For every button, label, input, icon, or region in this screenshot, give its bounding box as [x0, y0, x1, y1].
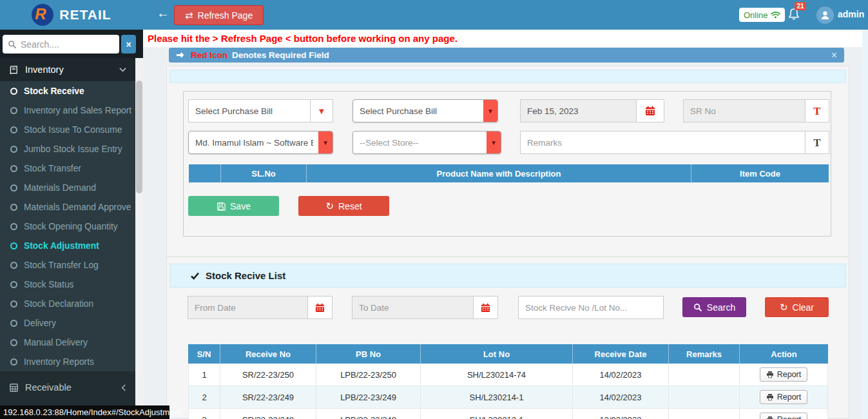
sidebar-item-materials-demand[interactable]: Materials Demand	[0, 178, 135, 197]
remarks-group: T	[520, 131, 829, 154]
refresh-page-button[interactable]: ⇄ Refresh Page	[174, 5, 264, 25]
user-avatar[interactable]	[816, 6, 834, 24]
stock-receive-list-table: S/N Receive No PB No Lot No Receive Date…	[188, 344, 828, 419]
sidebar-item-jumbo-stock-issue-entry[interactable]: Jumbo Stock Issue Entry	[0, 139, 135, 159]
clear-button[interactable]: ↻ Clear	[765, 297, 829, 317]
user-name[interactable]: admin	[838, 9, 864, 19]
back-arrow-icon[interactable]: ←	[157, 6, 169, 21]
remarks-input[interactable]	[520, 131, 805, 154]
sidebar-item-delivery[interactable]: Delivery	[0, 313, 135, 333]
sidebar-item-stock-status[interactable]: Stock Status	[0, 275, 135, 294]
receive-no-filter-input[interactable]	[518, 296, 664, 319]
printer-icon	[766, 416, 774, 419]
col-pb-no: PB No	[316, 344, 421, 364]
alert-highlight: Red Icon	[191, 50, 227, 60]
page-scrollbar[interactable]	[862, 30, 868, 419]
purchase-bill-input[interactable]: Select Purchase Bill	[188, 99, 311, 122]
sidebar-nav: Inventory Stock Receive Inventory and Sa…	[0, 58, 135, 419]
sidebar-item-label: Stock Declaration	[24, 299, 93, 309]
sidebar-scrollbar[interactable]	[135, 58, 143, 419]
circle-icon	[10, 300, 17, 307]
from-date-input[interactable]	[188, 296, 308, 319]
save-button[interactable]: Save	[188, 196, 279, 216]
table-row: 1 SR/22-23/250 LPB/22-23/250 SH/L230214-…	[188, 364, 828, 386]
to-date-calendar-button[interactable]	[474, 296, 498, 319]
sidebar-item-stock-transfer-log[interactable]: Stock Transfer Log	[0, 255, 135, 275]
sidebar-item-materials-demand-approve[interactable]: Materials Demand Approve	[0, 197, 135, 217]
to-date-input[interactable]	[352, 296, 474, 319]
report-button[interactable]: Report	[760, 390, 808, 404]
sidebar-item-stock-issue-to-consume[interactable]: Stock Issue To Consume	[0, 120, 135, 139]
search-button[interactable]: Search	[682, 297, 746, 317]
report-label: Report	[777, 415, 802, 419]
warning-strip: Please hit the > Refresh Page < button b…	[143, 30, 868, 47]
notification-count-badge[interactable]: 21	[795, 2, 806, 10]
sidebar-scrollbar-thumb[interactable]	[136, 81, 142, 193]
select-dropdown-button[interactable]: ▼	[483, 100, 497, 122]
store-select[interactable]: --Select Store-- ▼	[352, 131, 501, 154]
cell-receive-date: 14/02/2023	[573, 364, 669, 385]
cell-receive-no: SR/22-23/249	[220, 386, 316, 408]
search-label: Search	[707, 302, 735, 313]
calendar-icon	[645, 106, 655, 116]
required-field-alert: Red Icon Denotes Required Field ×	[169, 48, 844, 63]
cell-lot-no: SH/L230213-1	[421, 409, 573, 419]
product-table-col-itemcode: Item Code	[691, 164, 829, 182]
cell-sn: 3	[188, 409, 220, 419]
close-icon[interactable]: ×	[831, 50, 837, 61]
search-clear-button[interactable]: ×	[121, 35, 136, 54]
product-table-col-product: Product Name with Description	[307, 164, 691, 182]
sr-no-input[interactable]	[683, 99, 805, 122]
caret-down-icon: ▼	[490, 139, 497, 146]
report-button[interactable]: Report	[760, 413, 808, 419]
employee-select[interactable]: Md. Imamul Islam ~ Software E... ▼	[188, 131, 333, 154]
sidebar-section-inventory[interactable]: Inventory	[0, 58, 135, 81]
circle-icon	[10, 126, 17, 133]
receive-date-calendar-button[interactable]	[637, 99, 664, 122]
receive-date-input[interactable]: Feb 15, 2023	[520, 99, 637, 122]
sidebar-section-receivable[interactable]: Receivable	[0, 376, 135, 399]
hand-pointer-icon	[176, 52, 186, 59]
sidebar-item-stock-opening-quantity[interactable]: Stock Opening Quantity	[0, 217, 135, 236]
sidebar-item-manual-delivery[interactable]: Manual Delivery	[0, 333, 135, 352]
circle-icon	[10, 88, 17, 95]
receive-date-group: Feb 15, 2023	[520, 99, 664, 122]
warning-text: Please hit the > Refresh Page < button b…	[143, 30, 868, 44]
floppy-icon	[217, 202, 226, 211]
sidebar-item-inventory-reports[interactable]: Inventory Reports	[0, 352, 135, 371]
cell-action: Report	[740, 386, 828, 408]
text-field-icon: T	[813, 137, 820, 148]
sidebar-item-inventory-and-sales-report[interactable]: Inventory and Sales Report	[0, 101, 135, 120]
search-icon	[693, 303, 702, 312]
table-header-row: S/N Receive No PB No Lot No Receive Date…	[188, 344, 828, 364]
select-dropdown-button[interactable]: ▼	[487, 132, 501, 153]
brand-logo[interactable]: R RETAIL	[0, 0, 143, 30]
sidebar-item-stock-declaration[interactable]: Stock Declaration	[0, 294, 135, 313]
search-input[interactable]	[21, 39, 104, 50]
cell-pb-no: LPB/22-23/249	[316, 386, 421, 408]
reset-button[interactable]: ↻ Reset	[298, 196, 389, 216]
text-field-icon: T	[813, 106, 820, 117]
sr-no-text-button[interactable]: T	[805, 99, 829, 122]
top-header: ← ⇄ Refresh Page Online 21 admin	[143, 0, 868, 30]
select-dropdown-button[interactable]: ▼	[318, 132, 333, 153]
content-panel: Select Purchase Bill ▼ Select Purchase B…	[166, 66, 849, 419]
printer-icon	[766, 393, 774, 401]
sidebar-item-stock-adjustment[interactable]: Stock Adjustment	[0, 236, 135, 255]
purchase-bill-dropdown-button[interactable]: ▼	[311, 99, 333, 122]
sidebar-item-stock-receive[interactable]: Stock Receive	[0, 81, 135, 101]
table-row: 3 SR/22-23/248 LPB/22-23/248 SH/L230213-…	[188, 409, 828, 419]
purchase-bill-select[interactable]: Select Purchase Bill ▼	[352, 99, 498, 122]
sidebar-search-box[interactable]	[3, 35, 119, 54]
sidebar-item-label: Jumbo Stock Issue Entry	[24, 144, 122, 154]
stock-receive-list-title: Stock Recive List	[206, 270, 285, 281]
circle-icon	[10, 204, 17, 211]
wifi-icon	[771, 11, 780, 19]
remarks-text-button[interactable]: T	[805, 131, 829, 154]
report-button[interactable]: Report	[760, 367, 808, 382]
from-date-calendar-button[interactable]	[308, 296, 333, 319]
sidebar-item-label: Stock Transfer	[24, 164, 81, 173]
clear-refresh-icon: ↻	[780, 302, 788, 312]
sidebar-item-stock-transfer[interactable]: Stock Transfer	[0, 159, 135, 178]
stock-receive-list-header: Stock Recive List	[169, 264, 846, 287]
